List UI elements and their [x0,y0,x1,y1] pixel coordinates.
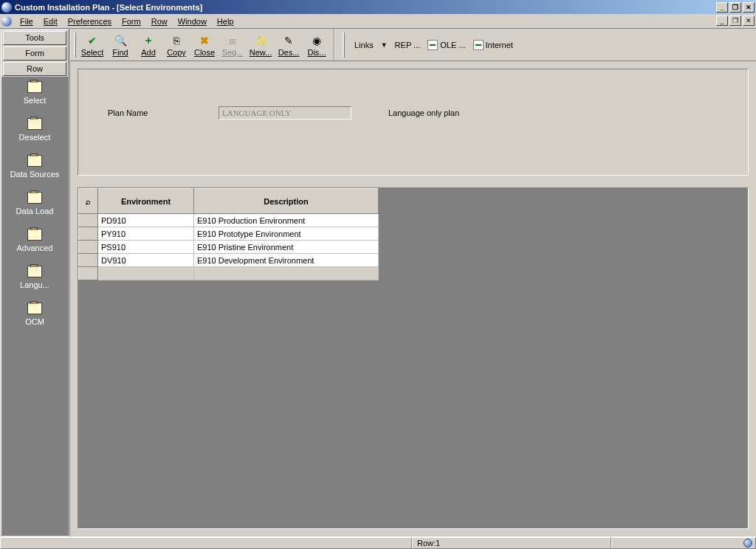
mdi-icon[interactable] [1,16,12,27]
toolbar-handle[interactable] [74,32,76,58]
close-icon: ✖ [198,34,211,47]
restore-button[interactable]: ❐ [729,2,741,13]
mdi-minimize-button[interactable]: _ [716,15,728,26]
menu-edit[interactable]: Edit [38,15,63,27]
plan-name-label: Plan Name [108,108,196,117]
row-header[interactable] [79,214,98,227]
side-ocm[interactable]: OCM [5,303,64,326]
side-deselect[interactable]: Deselect [5,118,64,142]
design-icon: ✎ [282,34,295,47]
link-rep[interactable]: REP ... [395,41,421,49]
category-row[interactable]: Row [3,62,66,76]
display-icon: ◉ [310,34,323,47]
statusbar: Row:1 [0,536,756,549]
toolbar-close[interactable]: ✖Close [190,32,219,57]
doc-icon [473,40,484,50]
menu-window[interactable]: Window [173,15,212,27]
folder-icon [27,118,42,130]
cell-desc[interactable]: E910 Production Environment [194,214,379,227]
doc-icon [427,40,438,50]
toolbar-new[interactable]: ✨New... [247,32,275,57]
folder-icon [27,303,42,314]
mdi-restore-button[interactable]: ❐ [729,15,741,26]
status-spacer [0,537,412,549]
toolbar-select[interactable]: ✔Select [78,32,106,57]
plus-icon: ＋ [142,34,155,47]
cell-desc[interactable]: E910 Development Environment [194,254,379,267]
side-data-sources[interactable]: Data Sources [5,155,64,179]
copy-icon: ⎘ [170,34,183,47]
cell-desc[interactable] [194,267,379,280]
status-row: Row:1 [412,537,611,549]
toolbar-des[interactable]: ✎Des... [275,32,303,57]
find-icon: 🔍 [114,34,127,47]
globe-icon [743,539,752,548]
toolbar-add[interactable]: ＋Add [134,32,162,57]
folder-icon [27,81,42,93]
new-icon: ✨ [254,34,267,47]
environments-grid[interactable]: ⌕ Environment Description PD910E910 Prod… [78,187,749,529]
row-header[interactable] [79,267,98,280]
toolbar-find[interactable]: 🔍Find [106,32,134,57]
toolbar-dis[interactable]: ◉Dis... [303,32,331,57]
row-header[interactable] [79,241,98,254]
seq-icon: ≣ [226,34,239,47]
menu-file[interactable]: File [15,15,38,27]
cell-desc[interactable]: E910 Prototype Environment [194,227,379,241]
links-handle[interactable] [343,32,345,58]
links-label: Links [354,41,374,49]
cell-env[interactable]: DV910 [98,254,194,267]
app-icon [1,2,12,13]
table-row[interactable]: PS910E910 Pristine Environment [79,241,379,254]
window-title: Custom Installation Plan - [Select Envir… [15,3,716,12]
cell-desc[interactable]: E910 Pristine Environment [194,241,379,254]
mdi-close-button[interactable]: ✕ [743,15,755,26]
side-data-load[interactable]: Data Load [5,192,64,215]
menu-preferences[interactable]: Preferences [63,15,117,27]
folder-icon [27,266,42,277]
check-icon: ✔ [86,34,99,47]
folder-icon [27,155,42,167]
toolbar-copy[interactable]: ⎘Copy [162,32,190,57]
category-form[interactable]: Form [3,46,66,61]
table-row[interactable]: PD910E910 Production Environment [79,214,379,227]
side-advanced[interactable]: Advanced [5,229,64,252]
table-row-empty[interactable] [79,267,379,280]
grid-selector-header[interactable]: ⌕ [79,189,98,214]
side-select[interactable]: Select [5,81,64,105]
column-description[interactable]: Description [194,189,379,214]
links-dropdown-icon[interactable]: ▼ [381,41,388,49]
menubar: File Edit Preferences Form Row Window He… [0,14,756,29]
table-row[interactable]: PY910E910 Prototype Environment [79,227,379,241]
row-header[interactable] [79,227,98,241]
cell-env[interactable] [98,267,194,280]
exit-bar: Tools Form Row Select Deselect Data Sour… [0,29,70,536]
status-right [611,537,756,549]
side-items: Select Deselect Data Sources Data Load A… [1,77,68,535]
form-panel: Plan Name Language only plan [78,69,749,176]
table-row[interactable]: DV910E910 Development Environment [79,254,379,267]
menu-form[interactable]: Form [117,15,146,27]
link-ole[interactable]: OLE ... [427,40,465,50]
toolbar-seq: ≣Seq... [219,32,247,57]
link-internet[interactable]: Internet [473,40,513,50]
minimize-button[interactable]: _ [716,2,728,13]
menu-row[interactable]: Row [146,15,173,27]
category-tools[interactable]: Tools [3,31,66,45]
side-language[interactable]: Langu... [5,266,64,289]
links-bar: Links ▼ REP ... OLE ... Internet [334,29,520,61]
titlebar: Custom Installation Plan - [Select Envir… [0,0,756,14]
toolbar: ✔Select 🔍Find ＋Add ⎘Copy ✖Close ≣Seq... … [70,29,756,61]
folder-icon [27,229,42,241]
cell-env[interactable]: PS910 [98,241,194,254]
close-button[interactable]: ✕ [743,2,755,13]
row-header[interactable] [79,254,98,267]
menu-help[interactable]: Help [212,15,239,27]
cell-env[interactable]: PY910 [98,227,194,241]
column-environment[interactable]: Environment [98,189,194,214]
plan-desc: Language only plan [388,108,459,117]
folder-icon [27,192,42,204]
plan-name-input[interactable] [219,106,351,120]
cell-env[interactable]: PD910 [98,214,194,227]
